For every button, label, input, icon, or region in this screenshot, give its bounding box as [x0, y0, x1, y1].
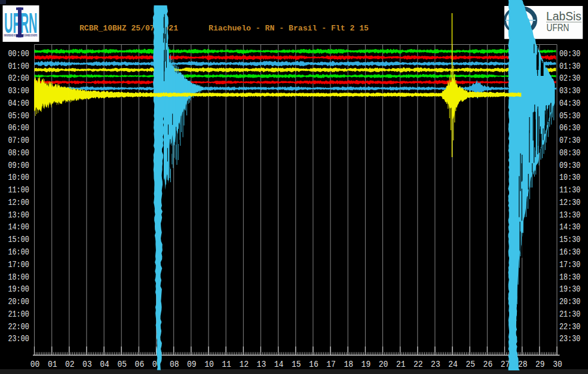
svg-text:16:00: 16:00: [8, 247, 29, 257]
svg-text:13:30: 13:30: [559, 210, 580, 220]
svg-text:09: 09: [187, 360, 197, 369]
svg-text:24: 24: [448, 360, 458, 369]
svg-text:Riachuelo - RN - Brasil - Flt: Riachuelo - RN - Brasil - Flt 2 15: [209, 24, 369, 33]
svg-text:23:00: 23:00: [8, 334, 29, 344]
svg-text:29: 29: [535, 360, 545, 369]
svg-text:17: 17: [326, 360, 336, 369]
svg-text:07:00: 07:00: [8, 136, 29, 145]
svg-text:18:00: 18:00: [8, 272, 29, 282]
svg-text:01: 01: [48, 360, 57, 369]
svg-text:08: 08: [170, 360, 179, 369]
svg-text:13:00: 13:00: [8, 210, 29, 220]
svg-text:20:00: 20:00: [8, 297, 29, 306]
svg-text:25: 25: [466, 360, 476, 369]
svg-text:21: 21: [396, 360, 406, 369]
svg-text:14:30: 14:30: [559, 222, 580, 232]
svg-text:UFRN: UFRN: [547, 23, 569, 33]
svg-text:20: 20: [379, 360, 388, 369]
svg-text:01:00: 01:00: [8, 62, 29, 71]
svg-text:13: 13: [257, 360, 267, 369]
svg-text:09:00: 09:00: [8, 161, 29, 170]
svg-text:15:30: 15:30: [559, 235, 580, 244]
svg-text:19:00: 19:00: [8, 284, 29, 294]
svg-text:15: 15: [292, 360, 301, 369]
svg-text:02: 02: [65, 360, 75, 369]
svg-text:10:30: 10:30: [559, 173, 580, 182]
svg-text:17:30: 17:30: [559, 260, 580, 269]
svg-text:04: 04: [100, 360, 109, 369]
svg-text:16: 16: [309, 360, 318, 369]
svg-text:18:30: 18:30: [559, 272, 580, 282]
svg-text:21:00: 21:00: [8, 309, 29, 319]
svg-text:11: 11: [222, 360, 231, 369]
svg-text:17:00: 17:00: [8, 260, 29, 269]
svg-text:00:00: 00:00: [8, 49, 29, 59]
svg-text:18: 18: [344, 360, 353, 369]
svg-text:UNIVERSIDADE FEDERAL DO RIO GR: UNIVERSIDADE FEDERAL DO RIO GRANDE DO NO…: [4, 34, 38, 37]
svg-text:19:30: 19:30: [559, 284, 580, 294]
svg-text:23:30: 23:30: [559, 334, 580, 344]
svg-text:07:30: 07:30: [559, 136, 580, 145]
svg-text:21:30: 21:30: [559, 309, 580, 319]
svg-text:00: 00: [30, 360, 40, 369]
svg-text:00:30: 00:30: [559, 49, 580, 59]
svg-text:15:00: 15:00: [8, 235, 29, 244]
svg-text:12: 12: [240, 360, 249, 369]
svg-text:12:00: 12:00: [8, 198, 29, 207]
svg-text:03: 03: [82, 360, 92, 369]
svg-text:19: 19: [362, 360, 371, 369]
svg-text:06:30: 06:30: [559, 123, 580, 133]
svg-text:05: 05: [117, 360, 127, 369]
svg-text:22:30: 22:30: [559, 322, 580, 332]
svg-text:08:00: 08:00: [8, 148, 29, 158]
svg-text:14:00: 14:00: [8, 222, 29, 232]
svg-text:01:30: 01:30: [559, 62, 580, 71]
svg-text:04:30: 04:30: [559, 99, 580, 108]
svg-text:02:30: 02:30: [559, 73, 580, 83]
svg-text:06:00: 06:00: [8, 123, 29, 133]
svg-text:23: 23: [431, 360, 440, 369]
svg-text:14: 14: [274, 360, 284, 369]
svg-text:03:00: 03:00: [8, 86, 29, 96]
svg-text:16:30: 16:30: [559, 247, 580, 257]
svg-text:04:00: 04:00: [8, 99, 29, 108]
svg-text:02:00: 02:00: [8, 73, 29, 83]
svg-text:22:00: 22:00: [8, 322, 29, 332]
svg-text:11:30: 11:30: [559, 185, 580, 195]
svg-text:20:30: 20:30: [559, 297, 580, 306]
svg-text:28: 28: [518, 360, 528, 369]
svg-text:05:00: 05:00: [8, 111, 29, 121]
svg-text:06: 06: [135, 360, 145, 369]
svg-text:11:00: 11:00: [8, 185, 29, 195]
svg-text:05:30: 05:30: [559, 111, 580, 121]
svg-text:10: 10: [204, 360, 214, 369]
svg-text:03:30: 03:30: [559, 86, 580, 96]
svg-text:10:00: 10:00: [8, 173, 29, 182]
svg-text:08:30: 08:30: [559, 148, 580, 158]
svg-text:30: 30: [553, 360, 562, 369]
svg-text:LabSis: LabSis: [546, 9, 581, 23]
svg-text:12:30: 12:30: [559, 198, 580, 207]
svg-text:09:30: 09:30: [559, 161, 580, 170]
svg-text:22: 22: [414, 360, 423, 369]
svg-text:26: 26: [483, 360, 493, 369]
